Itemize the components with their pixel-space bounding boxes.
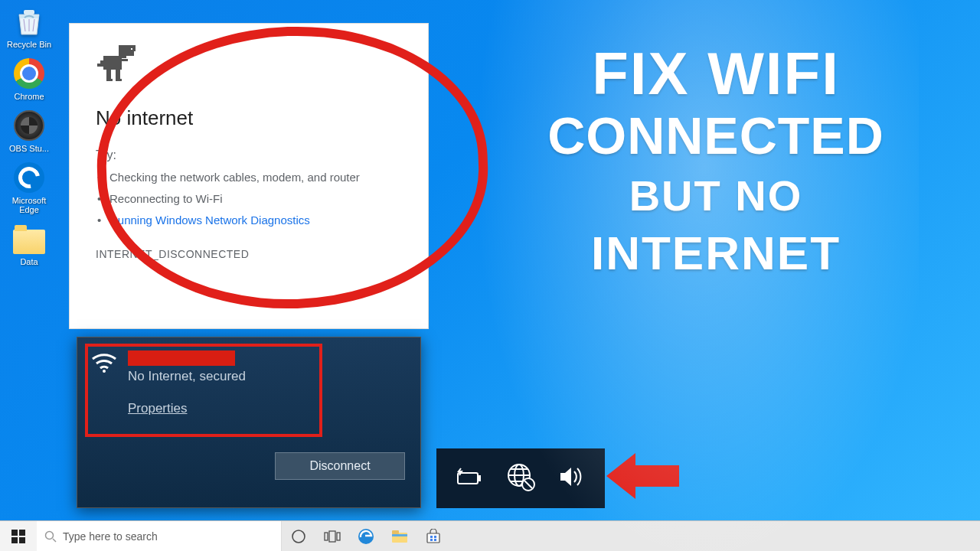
edge-icon [14,162,44,193]
desktop-icons-column: Recycle Bin Chrome OBS Stu... Microsoft … [6,5,60,274]
svg-rect-37 [434,539,436,541]
svg-rect-10 [106,79,113,81]
no-internet-globe-icon[interactable] [505,461,536,495]
obs-icon [14,110,44,141]
no-internet-heading: No internet [96,106,402,130]
headline-line-3: BUT NO [467,165,965,227]
svg-rect-33 [427,533,439,543]
svg-rect-26 [325,533,328,540]
svg-rect-34 [430,536,433,538]
cortana-icon[interactable] [282,521,315,552]
headline-line-1: FIX WIFI [467,41,965,106]
edge-label: Microsoft Edge [6,196,52,214]
svg-rect-35 [434,536,436,538]
wifi-flyout-panel: No Internet, secured Properties Disconne… [77,337,421,508]
chrome-icon [14,58,44,89]
svg-rect-7 [97,64,102,67]
suggestions-list: Checking the network cables, modem, and … [96,167,402,231]
svg-rect-5 [103,56,122,70]
search-placeholder: Type here to search [63,530,158,543]
taskbar-store-icon[interactable] [416,521,450,552]
taskbar: Type here to search [0,520,980,551]
svg-rect-14 [458,473,478,484]
svg-point-25 [292,530,305,543]
obs-label: OBS Stu... [6,144,52,153]
taskbar-explorer-icon[interactable] [383,521,416,552]
obs-shortcut[interactable]: OBS Stu... [6,109,52,153]
svg-rect-21 [19,530,25,536]
error-code: INTERNET_DISCONNECTED [96,248,402,260]
battery-icon[interactable] [453,464,484,493]
svg-rect-36 [430,539,433,541]
svg-rect-3 [131,48,132,50]
data-folder[interactable]: Data [6,222,52,266]
wifi-signal-icon [91,350,117,416]
wifi-ssid-redacted [128,350,235,366]
edge-shortcut[interactable]: Microsoft Edge [6,161,52,214]
tip-reconnect: Reconnecting to Wi-Fi [109,188,402,210]
recycle-bin-label: Recycle Bin [6,40,52,49]
svg-rect-20 [11,530,18,536]
red-arrow-annotation [606,447,679,504]
start-button[interactable] [0,521,37,551]
headline-line-2: CONNECTED [467,106,965,165]
svg-point-24 [46,531,54,539]
try-label: Try: [96,148,402,162]
taskbar-edge-icon[interactable] [349,521,383,552]
svg-rect-27 [329,531,335,542]
svg-rect-28 [337,533,340,540]
svg-rect-23 [19,537,25,543]
wifi-properties-link[interactable]: Properties [128,401,246,416]
search-icon [44,530,57,543]
chrome-error-page: No internet Try: Checking the network ca… [69,23,429,329]
chrome-shortcut[interactable]: Chrome [6,57,52,101]
svg-rect-15 [478,476,480,481]
svg-marker-19 [606,453,679,499]
taskbar-pinned-apps [282,521,450,551]
svg-rect-31 [392,530,399,534]
volume-icon[interactable] [557,464,588,493]
svg-point-13 [103,370,106,373]
data-folder-label: Data [6,257,52,266]
dino-icon[interactable] [96,42,402,88]
svg-rect-11 [116,79,122,81]
taskbar-search[interactable]: Type here to search [37,521,282,551]
headline-line-4: INTERNET [467,227,965,280]
svg-rect-0 [24,10,34,15]
tip-diagnostics-link[interactable]: Running Windows Network Diagnostics [109,210,402,231]
svg-rect-12 [122,59,128,61]
task-view-icon[interactable] [315,521,349,552]
system-tray-closeup [436,448,605,508]
recycle-bin-icon [12,5,46,38]
wifi-status-text: No Internet, secured [128,369,246,384]
disconnect-button[interactable]: Disconnect [275,452,405,480]
folder-icon [13,230,45,254]
svg-rect-22 [11,537,18,543]
svg-rect-2 [119,45,136,51]
thumbnail-headline: FIX WIFI CONNECTED BUT NO INTERNET [467,41,965,280]
chrome-label: Chrome [6,92,52,101]
svg-rect-9 [116,70,120,79]
svg-rect-8 [106,70,111,79]
recycle-bin[interactable]: Recycle Bin [6,5,52,49]
svg-rect-32 [392,534,407,536]
tip-check-cables: Checking the network cables, modem, and … [109,167,402,188]
